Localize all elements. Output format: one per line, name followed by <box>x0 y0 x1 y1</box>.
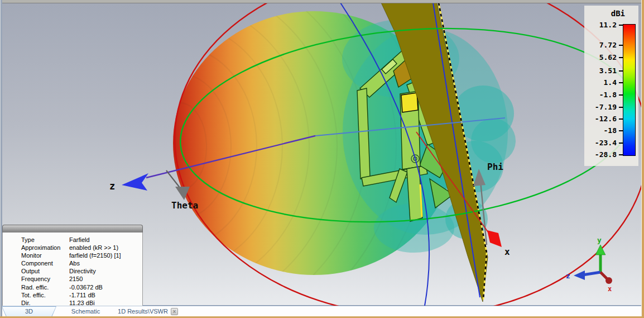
farfield-info-box: TypeFarfield Approximationenabled (kR >>… <box>2 225 143 305</box>
window-border-top <box>0 0 644 3</box>
triad-y-label: y <box>597 236 602 244</box>
info-box-body: TypeFarfield Approximationenabled (kR >>… <box>2 232 143 307</box>
legend-tick: -1.8 <box>584 91 617 99</box>
tick-mark <box>619 154 623 155</box>
info-row: Approximationenabled (kR >> 1) <box>3 244 142 251</box>
tab-1d-results-vswr[interactable]: 1D Results\VSWR <box>115 308 171 315</box>
info-row: Frequency2150 <box>3 275 142 283</box>
info-row: Monitorfarfield (f=2150) [1] <box>3 251 142 259</box>
tab-schematic[interactable]: Schematic <box>59 308 112 315</box>
tick-mark <box>619 143 623 144</box>
triad-x-label: x <box>608 285 612 293</box>
tick-mark <box>619 94 623 96</box>
info-row: OutputDirectivity <box>3 267 142 275</box>
legend-tick: -18 <box>584 126 617 135</box>
legend-tick: -28.8 <box>584 150 617 159</box>
tick-mark <box>619 130 623 131</box>
tick-mark <box>619 45 623 46</box>
legend-tick: 7.72 <box>584 41 617 50</box>
legend-tick: -7.19 <box>584 103 617 112</box>
tab-3d-label[interactable]: 3D <box>2 308 56 315</box>
legend-tick: 1.4 <box>584 78 617 87</box>
legend-tick: -12.6 <box>584 115 617 124</box>
x-axis-label: x <box>504 246 510 257</box>
legend-tick: 3.51 <box>584 67 617 75</box>
phi-axis-label: Phi <box>487 162 503 172</box>
info-row: Rad. effic.-0.03672 dB <box>3 283 142 291</box>
info-row: ComponentAbs <box>3 259 142 267</box>
legend-tick: -23.4 <box>584 139 617 148</box>
z-axis-label: z <box>109 181 115 192</box>
legend-tick: 5.62 <box>584 53 617 62</box>
tab-close-icon[interactable]: × <box>171 308 178 315</box>
application-window: z Theta Phi x y z <box>0 0 644 318</box>
window-border-right <box>641 0 644 318</box>
theta-axis-label: Theta <box>171 200 198 211</box>
color-scale-legend: dBi 11.2 7.72 5.62 3.51 1.4 -1.8 -7.19 -… <box>584 6 638 166</box>
tick-mark <box>619 70 623 72</box>
legend-tick: 11.2 <box>584 21 617 30</box>
tick-mark <box>619 118 623 120</box>
tick-mark <box>619 82 623 83</box>
tick-mark <box>619 25 623 26</box>
tick-mark <box>619 107 623 108</box>
tick-mark <box>619 57 623 58</box>
info-row: TypeFarfield <box>3 236 142 244</box>
legend-title: dBi <box>584 9 625 18</box>
info-box-header[interactable] <box>2 225 143 232</box>
view-tab-bar: 3D Schematic 1D Results\VSWR × <box>2 306 642 317</box>
window-border-left <box>0 0 2 318</box>
info-row: Tot. effic.-1.711 dB <box>3 291 142 299</box>
triad-z-label: z <box>566 272 570 280</box>
colorbar <box>623 24 636 156</box>
